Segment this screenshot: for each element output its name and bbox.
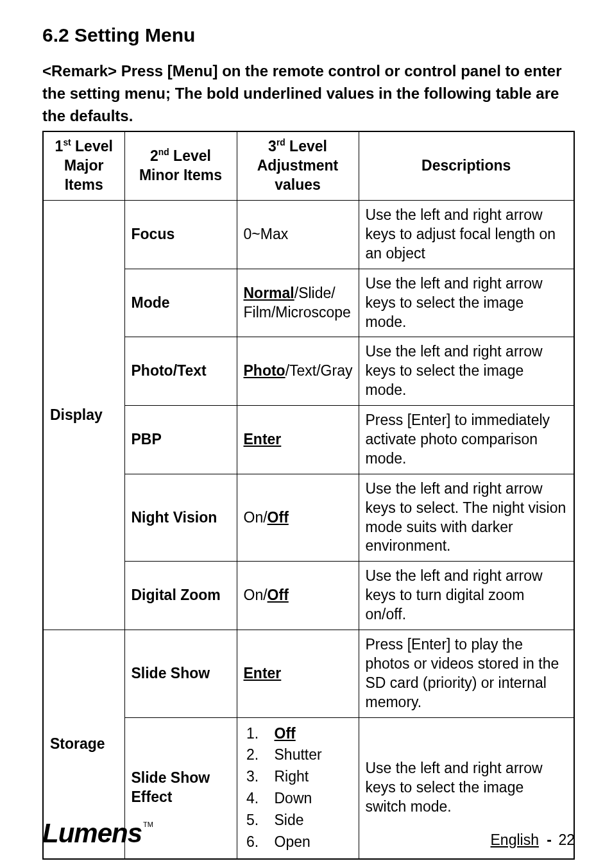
minor-cell: Slide Show bbox=[124, 630, 237, 717]
adj-plain: 0~Max bbox=[244, 226, 289, 242]
table-row: Display Focus 0~Max Use the left and rig… bbox=[43, 201, 574, 269]
adj-plain: On/ bbox=[244, 509, 268, 526]
header-sup: nd bbox=[158, 148, 169, 158]
description-cell: Press [Enter] to play the photos or vide… bbox=[359, 630, 574, 717]
adj-default: Enter bbox=[244, 665, 282, 681]
col-header-description: Descriptions bbox=[359, 131, 574, 200]
col-header-minor: 2nd Level Minor Items bbox=[124, 131, 237, 200]
minor-cell: Digital Zoom bbox=[124, 562, 237, 630]
page-num: 22 bbox=[558, 831, 575, 848]
adj-option: Right bbox=[275, 768, 309, 785]
adjustment-cell: Photo/Text/Gray bbox=[237, 337, 359, 406]
list-item: Right bbox=[263, 766, 352, 788]
adj-option: Down bbox=[275, 790, 312, 806]
adj-option: Shutter bbox=[275, 746, 322, 763]
description-cell: Use the left and right arrow keys to sel… bbox=[359, 269, 574, 337]
col-header-adjustment: 3rd Level Adjustment values bbox=[237, 131, 359, 200]
adjustment-cell: Enter bbox=[237, 406, 359, 474]
adj-default: Normal bbox=[244, 285, 294, 301]
trademark-symbol: TM bbox=[143, 821, 153, 828]
header-text: 1 bbox=[55, 138, 64, 154]
adj-default: Photo bbox=[244, 362, 285, 379]
table-header-row: 1st Level Major Items 2nd Level Minor It… bbox=[43, 131, 574, 200]
adj-default: Off bbox=[268, 509, 289, 526]
remark-paragraph: <Remark> Press [Menu] on the remote cont… bbox=[42, 60, 575, 127]
adjustment-cell: Enter bbox=[237, 630, 359, 717]
page-footer: LumensTM English - 22 bbox=[42, 818, 575, 849]
settings-table: 1st Level Major Items 2nd Level Minor It… bbox=[42, 131, 575, 860]
adj-plain: /Text/Gray bbox=[285, 362, 353, 379]
brand-logo-text: Lumens bbox=[42, 818, 142, 848]
major-cell-display: Display bbox=[43, 201, 124, 630]
minor-cell: Photo/Text bbox=[124, 337, 237, 406]
header-sup: st bbox=[63, 138, 71, 148]
list-item: Down bbox=[263, 788, 352, 810]
minor-cell: Mode bbox=[124, 269, 237, 337]
brand-logo: LumensTM bbox=[42, 818, 152, 849]
description-cell: Use the left and right arrow keys to sel… bbox=[359, 337, 574, 406]
minor-cell: Focus bbox=[124, 201, 237, 269]
adjustment-cell: On/Off bbox=[237, 562, 359, 630]
header-text: Level Major Items bbox=[64, 138, 113, 193]
header-text: 3 bbox=[268, 138, 276, 154]
document-page: 6.2 Setting Menu <Remark> Press [Menu] o… bbox=[0, 0, 612, 868]
settings-tbody: Display Focus 0~Max Use the left and rig… bbox=[43, 201, 574, 859]
description-cell: Use the left and right arrow keys to adj… bbox=[359, 201, 574, 269]
minor-cell: Night Vision bbox=[124, 474, 237, 562]
adj-default: Off bbox=[268, 587, 289, 603]
dash: - bbox=[543, 831, 556, 848]
adj-default: Off bbox=[275, 725, 296, 742]
language-label: English bbox=[491, 831, 539, 848]
adjustment-cell: 0~Max bbox=[237, 201, 359, 269]
section-heading: 6.2 Setting Menu bbox=[42, 24, 575, 46]
adj-default: Enter bbox=[244, 431, 282, 447]
adj-plain: On/ bbox=[244, 587, 268, 603]
col-header-major: 1st Level Major Items bbox=[43, 131, 124, 200]
adjustment-cell: On/Off bbox=[237, 474, 359, 562]
header-text: 2 bbox=[150, 147, 158, 164]
description-cell: Use the left and right arrow keys to tur… bbox=[359, 562, 574, 630]
table-row: Storage Slide Show Enter Press [Enter] t… bbox=[43, 630, 574, 717]
page-number: English - 22 bbox=[491, 831, 575, 849]
description-cell: Use the left and right arrow keys to sel… bbox=[359, 474, 574, 562]
list-item: Shutter bbox=[263, 744, 352, 766]
list-item: Off bbox=[263, 723, 352, 745]
description-cell: Press [Enter] to immediately activate ph… bbox=[359, 406, 574, 474]
adjustment-cell: Normal/Slide/ Film/Microscope bbox=[237, 269, 359, 337]
header-sup: rd bbox=[276, 138, 285, 148]
minor-cell: PBP bbox=[124, 406, 237, 474]
